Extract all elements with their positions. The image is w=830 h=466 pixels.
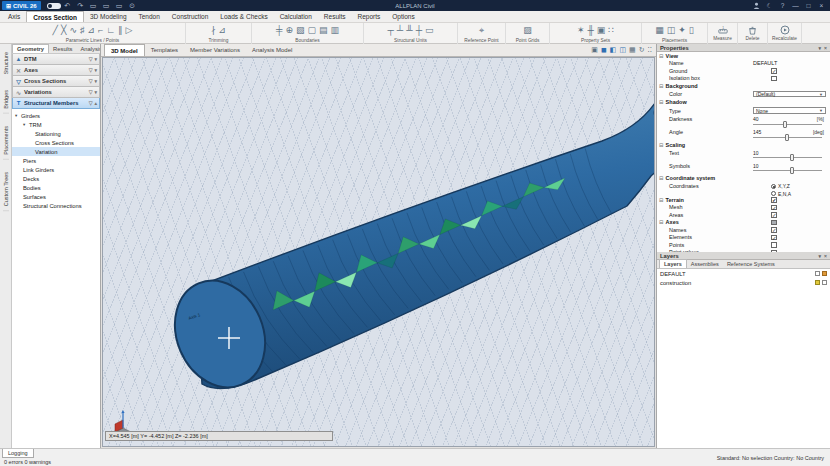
terrain-areas-checkbox[interactable] [771,212,777,218]
grid-view-icon[interactable]: ▦ [629,46,636,53]
layer-color-icon[interactable] [815,280,820,285]
symbols-scale-slider[interactable] [753,170,822,171]
section-axes[interactable]: ✕ Axes ▽ ▾ [12,65,100,76]
unit-bottom-icon[interactable]: ┴ [397,26,403,35]
rail-tab-placements[interactable]: Placements [3,122,9,160]
rail-tab-structure[interactable]: Structure [3,48,9,78]
tab-tendon[interactable]: Tendon [133,11,166,22]
corner-tool-icon[interactable]: ⌐ [98,26,103,35]
theme-toggle[interactable] [47,3,61,9]
terrain-checkbox[interactable] [771,197,777,203]
tab-assemblies[interactable]: Assemblies [687,260,723,268]
redo-icon[interactable]: ↷ [75,1,86,10]
filter-icon[interactable]: ▽ [89,78,93,84]
darkness-slider[interactable] [753,124,822,125]
sync-icon[interactable]: ⊙ [127,1,138,10]
filter-icon[interactable]: ▽ [89,89,93,95]
ground-checkbox[interactable] [771,68,777,74]
isolation-box-checkbox[interactable] [771,76,777,82]
tab-calculation[interactable]: Calculation [274,11,318,22]
axes-names-checkbox[interactable] [771,227,777,233]
boundary-hatch-icon[interactable]: ▧ [296,26,305,35]
chevron-down-icon[interactable]: ▾ [94,78,97,84]
filter-icon[interactable]: ▽ [89,56,93,62]
point-grid-icon[interactable]: ▨ [523,26,532,35]
measure-button[interactable]: 1 Measure [708,23,738,44]
recalculate-button[interactable]: Recalculate [768,23,802,44]
boundary-box-icon[interactable]: ▢ [307,26,316,35]
prop-section-shadow[interactable]: ⊟Shadow [657,99,830,107]
prop-section-coordinate-system[interactable]: ⊟Coordinate system [657,175,830,183]
point-tool-icon[interactable]: ▷ [126,26,133,35]
trim-edge-icon[interactable]: ⊿ [218,26,226,35]
prop-section-view[interactable]: ⊟View [657,52,830,60]
placement-marker-icon[interactable]: ✦ [678,26,686,35]
app-badge[interactable]: ⊞ CIVIL 26 [2,1,41,10]
line-tool-icon[interactable]: ╱ [53,26,58,35]
multi-view-icon[interactable]: ◫ [619,46,626,53]
property-star-icon[interactable]: ✶ [577,26,585,35]
chevron-down-icon[interactable]: ▾ [94,56,97,62]
axes-points-checkbox[interactable] [771,242,777,248]
collapse-icon[interactable]: ⊟ [659,175,664,181]
tab-layers[interactable]: Layers [659,259,687,268]
account-icon[interactable] [751,1,762,10]
chevron-up-icon[interactable]: ▴ [94,100,97,106]
tree-item-trm[interactable]: ▾TRM [12,120,100,129]
tree-item-link-girders[interactable]: Link Girders [12,165,100,174]
unit-deck-icon[interactable]: ▭ [425,26,434,35]
collapse-icon[interactable]: ⊟ [659,197,664,203]
property-dots-icon[interactable]: ∷ [608,26,614,35]
parallel-lines-icon[interactable]: ♯ [80,26,85,35]
trim-line-icon[interactable]: ∤ [211,26,216,35]
chevron-down-icon[interactable]: ▾ [94,89,97,95]
filter-icon[interactable]: ▽ [89,100,93,106]
prop-name-value[interactable]: DEFAULT [753,60,777,66]
chevron-down-icon[interactable]: ▾ [94,67,97,73]
prop-section-axes[interactable]: ⊟Axes [657,219,830,227]
unit-pier-icon[interactable]: ╨ [406,26,412,35]
offset-tool-icon[interactable]: ∥ [118,26,123,35]
filter-icon[interactable]: ▽ [89,67,93,73]
tab-results[interactable]: Results [318,11,352,22]
layer-visibility-icon[interactable] [815,271,820,276]
section-structural-members[interactable]: T Structural Members ▽ ▴ [12,98,100,109]
tab-construction[interactable]: Construction [166,11,215,22]
placement-split-icon[interactable]: ◫ [667,26,676,35]
tab-geometry[interactable]: Geometry [12,44,49,53]
undo-icon[interactable]: ↶ [62,1,73,10]
panel-menu-icon[interactable]: ▾ [819,253,822,259]
rail-tab-bridges[interactable]: Bridges [3,86,9,114]
layer-row-construction[interactable]: construction [657,278,830,287]
layout-2-icon[interactable]: ▭ [101,1,112,10]
layer-color-icon[interactable] [822,271,827,276]
collapse-icon[interactable]: ⊟ [659,142,664,148]
tab-analysis[interactable]: Analysis [76,45,101,53]
coords-xyz-radio[interactable]: X,Y,Z [771,183,791,189]
tab-analysis-model[interactable]: Analysis Model [246,44,298,56]
tree-item-surfaces[interactable]: Surfaces [12,192,100,201]
tab-3d-modeling[interactable]: 3D Modeling [84,11,133,22]
tab-reference-systems[interactable]: Reference Systems [723,260,779,268]
terrain-mesh-checkbox[interactable] [771,205,777,211]
collapse-icon[interactable]: ⊟ [659,53,664,59]
tree-item-variation[interactable]: Variation [12,147,100,156]
placement-grid-icon[interactable]: ▦ [655,26,664,35]
color-select[interactable]: (Default)▼ [753,91,826,98]
text-scale-slider[interactable] [753,157,822,158]
property-box-icon[interactable]: ▣ [597,26,606,35]
panel-close-icon[interactable]: × [824,253,827,259]
tab-browser-results[interactable]: Results [49,45,76,53]
unit-top-icon[interactable]: ┬ [387,26,393,35]
cross-lines-icon[interactable]: ╳ [61,26,66,35]
tab-member-variations[interactable]: Member Variations [184,44,246,56]
boundary-circle-icon[interactable]: ⊕ [285,26,293,35]
delete-button[interactable]: Delete [738,23,768,44]
tab-cross-section[interactable]: Cross Section [26,11,84,22]
section-dtm[interactable]: ▲ DTM ▽ ▾ [12,54,100,65]
triangle-tool-icon[interactable]: ⊿ [87,26,95,35]
collapse-icon[interactable]: ⊟ [659,219,664,225]
tree-item-bodies[interactable]: Bodies [12,183,100,192]
tab-loads-checks[interactable]: Loads & Checks [214,11,273,22]
panel-menu-icon[interactable]: ▾ [819,45,822,51]
